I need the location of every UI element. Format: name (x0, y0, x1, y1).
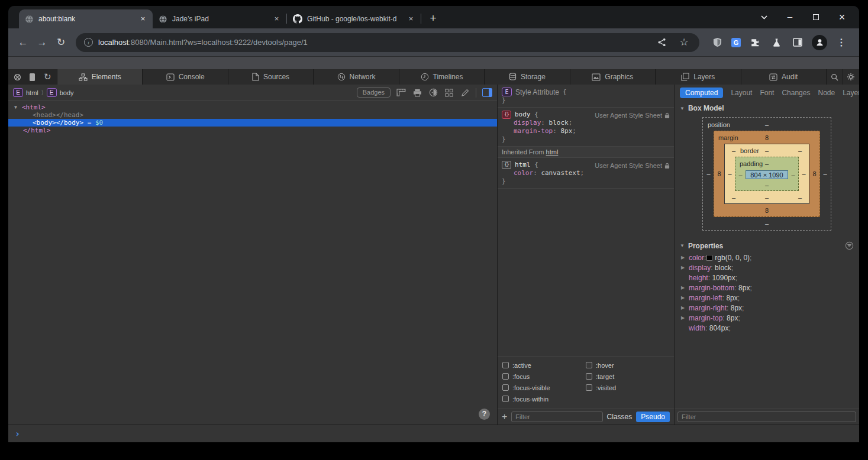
computed-property[interactable]: ▶margin-left: 8px; (675, 293, 859, 303)
tab-changes[interactable]: Changes (782, 89, 810, 97)
browser-tab-about-blank[interactable]: about:blank × (19, 9, 153, 28)
box-model-border[interactable]: –border–– – padding– – 804 × 1090 (724, 144, 809, 204)
tab-node[interactable]: Node (818, 89, 835, 97)
devtools-tab-timelines[interactable]: Timelines (399, 69, 484, 85)
disclosure-triangle-icon[interactable]: ▼ (680, 106, 685, 111)
menu-dots-icon[interactable]: ⋮ (834, 35, 848, 50)
computed-filter-input[interactable] (677, 412, 856, 422)
devtools-settings-gear-icon[interactable] (843, 69, 859, 85)
rule-style-attribute[interactable]: E Style Attribute { } (498, 85, 674, 108)
address-bar[interactable]: i localhost:8080/Main.html?ws=localhost:… (76, 33, 699, 52)
computed-property[interactable]: ▶display: block; (675, 263, 859, 273)
box-model-position[interactable]: position– – margin8 8 –border–– (702, 117, 831, 231)
details-sidebar-toggle-icon[interactable] (482, 88, 492, 98)
dom-node-head[interactable]: <head></head> (8, 111, 497, 119)
rule-html-user-agent[interactable]: User Agent Style Sheet {} html { color: … (498, 158, 674, 189)
devtools-tab-console[interactable]: Console (142, 69, 227, 85)
checkbox-icon[interactable] (586, 373, 592, 380)
checkbox-icon[interactable] (586, 362, 592, 368)
devtools-tab-audit[interactable]: Audit (741, 69, 826, 85)
reload-button[interactable]: ↻ (52, 34, 70, 51)
pseudo-toggle-target[interactable]: :target (586, 371, 669, 382)
tab-layers[interactable]: Layers (843, 89, 859, 97)
extensions-puzzle-icon[interactable] (748, 35, 762, 50)
disclosure-triangle-icon[interactable]: ▼ (680, 243, 685, 248)
properties-filter-icon[interactable] (845, 241, 854, 250)
tab-layout[interactable]: Layout (731, 89, 752, 97)
browser-tab-github[interactable]: GitHub - google/ios-webkit-d × (287, 9, 421, 28)
translate-extension-icon[interactable]: G (731, 38, 741, 47)
checkbox-icon[interactable] (502, 396, 509, 402)
new-rule-button[interactable]: + (502, 412, 507, 422)
computed-property[interactable]: width: 804px; (675, 323, 859, 333)
pseudo-toggle-visited[interactable]: :visited (586, 382, 669, 393)
pseudo-toggle-active[interactable]: :active (502, 359, 586, 371)
minimize-button[interactable]: – (781, 8, 799, 24)
dom-node-html-close[interactable]: </html> (8, 127, 497, 134)
devtools-tab-network[interactable]: Network (313, 69, 398, 85)
quick-console[interactable]: › (8, 425, 859, 442)
devtools-tab-sources[interactable]: Sources (228, 69, 313, 85)
pseudo-toggle-focus-visible[interactable]: :focus-visible (502, 382, 586, 393)
checkbox-icon[interactable] (502, 373, 509, 380)
tab-computed[interactable]: Computed (680, 88, 723, 98)
devtools-tab-storage[interactable]: Storage (484, 69, 569, 85)
computed-property[interactable]: ▶margin-bottom: 8px; (675, 283, 859, 293)
devtools-tab-graphics[interactable]: Graphics (570, 69, 655, 85)
site-info-icon[interactable]: i (84, 38, 93, 47)
pseudo-toggle-hover[interactable]: :hover (586, 359, 669, 371)
box-model-margin[interactable]: margin8 8 –border–– – padding– (714, 131, 820, 217)
tab-font[interactable]: Font (760, 89, 774, 97)
properties-section-header[interactable]: ▼ Properties (675, 238, 859, 252)
checkbox-icon[interactable] (502, 362, 509, 368)
checkbox-icon[interactable] (502, 384, 509, 391)
css-declaration[interactable]: margin-top: 8px; (502, 127, 670, 135)
close-button[interactable]: × (833, 9, 851, 25)
share-icon[interactable] (654, 35, 669, 50)
grid-overlay-icon[interactable] (444, 88, 454, 98)
ruler-icon[interactable] (396, 88, 406, 98)
devtools-tab-elements[interactable]: Elements (57, 69, 142, 85)
pseudo-toggle-focus[interactable]: :focus (502, 371, 586, 382)
classes-toggle-button[interactable]: Classes (607, 413, 633, 421)
pseudo-toggle-button[interactable]: Pseudo (636, 412, 670, 422)
appearance-contrast-icon[interactable] (428, 88, 438, 98)
maximize-button[interactable] (807, 9, 825, 25)
css-declaration[interactable]: color: canvastext; (502, 169, 670, 177)
inspect-element-icon[interactable] (12, 70, 23, 83)
computed-property[interactable]: ▶margin-top: 8px; (675, 313, 859, 323)
pseudo-toggle-focus-within[interactable]: :focus-within (502, 393, 586, 404)
checkbox-icon[interactable] (586, 384, 592, 391)
computed-property[interactable]: ▶color:rgb(0, 0, 0); (675, 252, 859, 263)
profile-avatar[interactable] (812, 35, 827, 50)
bookmark-star-icon[interactable]: ☆ (677, 35, 691, 50)
styles-filter-input[interactable] (511, 412, 602, 422)
help-button[interactable]: ? (479, 409, 490, 420)
shield-extension-icon[interactable] (710, 35, 724, 50)
devtools-tab-layers[interactable]: Layers (655, 69, 740, 85)
inherited-from-link[interactable]: html (546, 148, 559, 156)
back-button[interactable]: ← (14, 34, 32, 51)
css-declaration[interactable]: display: block; (502, 119, 670, 127)
breadcrumb-item-html[interactable]: html (26, 89, 38, 96)
reload-page-icon[interactable]: ↻ (42, 70, 53, 83)
tab-close-icon[interactable]: × (406, 14, 416, 24)
browser-tab-jades-ipad[interactable]: Jade’s iPad × (153, 9, 286, 28)
tab-close-icon[interactable]: × (138, 14, 148, 24)
badges-button[interactable]: Badges (357, 88, 391, 98)
computed-property[interactable]: ▶margin-right: 8px; (675, 303, 859, 313)
rule-body-user-agent[interactable]: User Agent Style Sheet {} body { display… (498, 108, 674, 147)
dom-node-html-open[interactable]: ▼<html> (8, 103, 497, 111)
new-tab-button[interactable]: + (425, 10, 441, 27)
box-model-padding[interactable]: padding– – 804 × 1090 – – (735, 157, 799, 191)
tab-search-chevron-icon[interactable] (755, 9, 773, 25)
tab-close-icon[interactable]: × (272, 14, 282, 24)
box-model-section-header[interactable]: ▼ Box Model (675, 101, 859, 115)
edit-pencil-icon[interactable] (460, 88, 470, 98)
device-icon[interactable] (27, 70, 38, 83)
computed-property[interactable]: height: 1090px; (675, 273, 859, 283)
box-model-content[interactable]: 804 × 1090 (746, 170, 788, 179)
devtools-search-icon[interactable] (826, 69, 843, 85)
print-icon[interactable] (412, 88, 422, 98)
dom-node-body-selected[interactable]: <body></body> = $0 (8, 119, 497, 127)
